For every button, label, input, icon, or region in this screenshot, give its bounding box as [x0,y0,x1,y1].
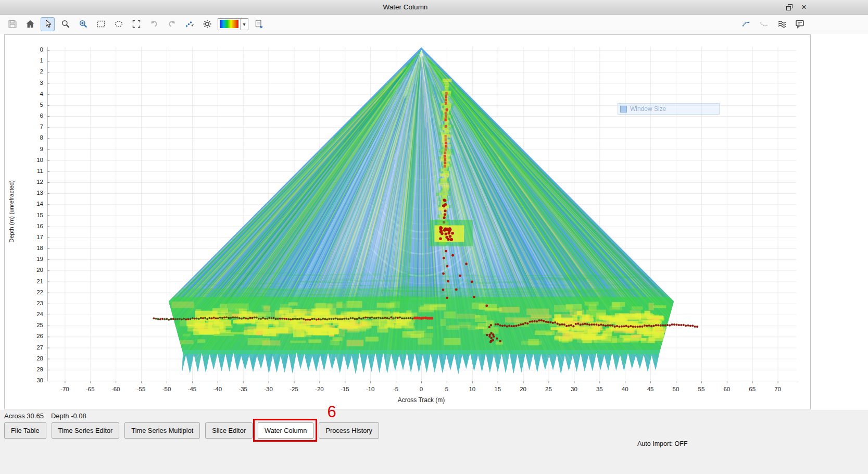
x-tick-label: -65 [79,386,102,392]
dotted-line-icon [741,19,752,29]
y-tick-label: 11 [14,168,43,175]
window-title: Water Column [0,3,811,11]
y-tick-label: 5 [14,102,43,109]
plot-panel: Depth (m) (unrefracted) 0123456789101112… [4,34,811,409]
save-icon [7,19,18,29]
y-tick-label: 0 [14,46,43,54]
y-tick-label: 2 [14,68,43,76]
y-tick-label: 26 [14,333,43,340]
redo-icon [167,19,177,29]
y-tick-label: 8 [14,134,43,142]
titlebar: Water Column × [0,0,868,15]
save-button [5,17,19,31]
y-tick-label: 16 [14,223,43,230]
x-tick-label: -25 [283,386,306,392]
x-tick-label: 30 [562,386,585,392]
x-tick-label: -35 [232,386,255,392]
y-tick-label: 27 [14,344,43,352]
toolbar-left-group: ▾ [5,17,266,31]
x-tick-label: 10 [461,386,484,392]
x-tick-label: 5 [435,386,458,392]
tab-file-table[interactable]: File Table [4,422,46,439]
settings-gear-button[interactable] [200,17,214,31]
y-tick-label: 20 [14,267,43,274]
undo-button [147,17,161,31]
select-rect-button[interactable] [94,17,108,31]
y-tick-label: 17 [14,234,43,241]
y-tick-label: 12 [14,179,43,186]
colormap-dropdown[interactable]: ▾ [218,18,248,30]
x-tick-label: -10 [359,386,382,392]
float-window-icon[interactable] [784,2,795,13]
y-tick-label: 6 [14,113,43,120]
select-corners-icon [131,19,142,29]
tab-process-history[interactable]: Process History [319,422,379,439]
x-tick-label: -55 [130,386,153,392]
annotation-step-number: 6 [327,403,336,421]
x-tick-label: -45 [181,386,204,392]
y-tick-label: 13 [14,190,43,197]
chevron-down-icon[interactable]: ▾ [240,19,248,30]
close-icon[interactable]: × [798,2,810,13]
y-tick-label: 19 [14,256,43,263]
y-tick-label: 15 [14,212,43,219]
dotted-line-button[interactable] [739,17,753,31]
bottom-panel: Across 30.65 Depth -0.08 File TableTime … [0,410,868,474]
y-tick-label: 10 [14,157,43,164]
status-readout: Across 30.65 Depth -0.08 [4,412,86,420]
x-tick-label: 65 [741,386,764,392]
x-tick-label: -70 [53,386,76,392]
y-tick-label: 21 [14,278,43,285]
select-lasso-button[interactable] [111,17,125,31]
annotation-highlight-box [253,419,317,442]
export-image-button[interactable] [252,17,266,31]
tab-time-series-multiplot[interactable]: Time Series Multiplot [124,422,200,439]
x-tick-label: -5 [384,386,407,392]
export-image-icon [254,19,265,29]
home-icon [25,19,35,29]
select-rect-icon [96,19,106,29]
tab-time-series-editor[interactable]: Time Series Editor [52,422,120,439]
home-button[interactable] [23,17,37,31]
restore-icon [785,3,794,12]
x-tick-label: 50 [664,386,687,392]
overlay-hint-text: Window Size [630,105,666,113]
undo-icon [149,19,159,29]
x-tick-label: -15 [333,386,356,392]
colormap-gradient [220,20,238,28]
x-tick-label: 60 [715,386,738,392]
tab-bar: File TableTime Series EditorTime Series … [4,422,379,439]
y-tick-label: 23 [14,300,43,307]
x-tick-label: -60 [104,386,127,392]
redo-button [165,17,179,31]
y-tick-label: 24 [14,311,43,318]
tab-slice-editor[interactable]: Slice Editor [205,422,253,439]
overlay-hint-icon [620,106,627,113]
auto-import-status: Auto Import: OFF [637,440,688,447]
ping-points-icon [184,19,195,29]
zoom-button[interactable] [58,17,72,31]
select-lasso-icon [114,19,124,29]
x-tick-label: 15 [486,386,509,392]
x-tick-label: 70 [766,386,789,392]
settings-gear-icon [202,19,212,29]
window-controls: × [784,2,810,13]
comment-button[interactable] [792,17,807,31]
x-tick-label: 20 [512,386,535,392]
x-tick-label: 45 [639,386,662,392]
ping-points-button[interactable] [182,17,196,31]
waves-button[interactable] [775,17,789,31]
x-tick-label: 25 [537,386,560,392]
x-tick-label: 40 [613,386,636,392]
zoom-in-button[interactable] [76,17,90,31]
cursor-button[interactable] [41,17,55,31]
select-corners-button[interactable] [129,17,143,31]
zoom-icon [60,19,71,29]
x-axis-label: Across Track (m) [343,396,499,404]
comment-icon [795,19,805,29]
x-tick-label: -50 [155,386,178,392]
water-column-canvas[interactable] [47,45,797,383]
y-tick-label: 3 [14,80,43,87]
x-tick-label: -40 [206,386,229,392]
x-tick-label: 55 [690,386,713,392]
